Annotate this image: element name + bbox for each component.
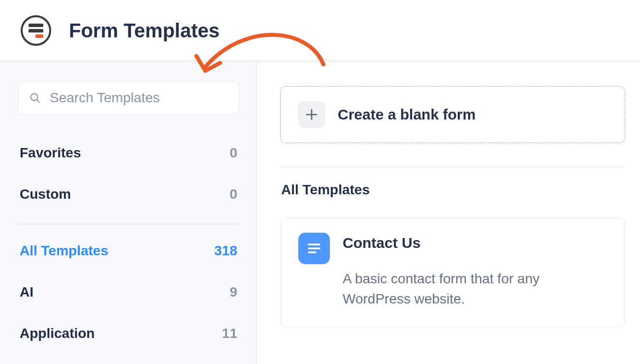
template-description: A basic contact form that for any WordPr…	[343, 269, 608, 309]
plus-icon	[298, 101, 325, 128]
app-logo	[21, 15, 51, 46]
sidebar-item-label: All Templates	[20, 243, 108, 259]
sidebar-item-count: 318	[214, 243, 237, 259]
svg-line-4	[37, 100, 39, 102]
sidebar-item-custom[interactable]: Custom 0	[18, 174, 239, 215]
page-title: Form Templates	[69, 20, 220, 42]
sidebar-item-label: Favorites	[20, 145, 81, 161]
svg-rect-2	[35, 34, 43, 38]
search-icon	[29, 92, 41, 104]
search-input-container[interactable]	[18, 81, 239, 115]
template-card-contact-us[interactable]: Contact Us A basic contact form that for…	[280, 217, 625, 327]
sidebar-item-count: 11	[222, 326, 237, 341]
template-title: Contact Us	[343, 235, 608, 251]
sidebar-item-application[interactable]: Application 11	[18, 313, 239, 354]
form-icon	[298, 233, 330, 264]
create-blank-form-label: Create a blank form	[338, 106, 476, 123]
sidebar: Favorites 0 Custom 0 All Templates 318 A…	[0, 61, 256, 364]
sidebar-item-label: Application	[20, 326, 95, 341]
sidebar-item-ai[interactable]: AI 9	[18, 272, 239, 313]
svg-rect-1	[29, 29, 43, 32]
create-blank-form-button[interactable]: Create a blank form	[280, 86, 625, 143]
sidebar-item-label: Custom	[20, 186, 71, 202]
sidebar-divider	[18, 224, 239, 224]
sidebar-item-count: 0	[229, 145, 237, 161]
search-input[interactable]	[49, 90, 228, 106]
main-content: Create a blank form All Templates Contac…	[256, 61, 640, 364]
sidebar-item-favorites[interactable]: Favorites 0	[18, 132, 239, 174]
svg-rect-0	[29, 24, 43, 27]
sidebar-item-count: 0	[229, 186, 237, 202]
section-divider	[280, 167, 625, 167]
section-title: All Templates	[281, 182, 625, 198]
sidebar-item-count: 9	[229, 284, 237, 300]
sidebar-item-all-templates[interactable]: All Templates 318	[18, 230, 239, 272]
sidebar-item-label: AI	[20, 284, 33, 300]
